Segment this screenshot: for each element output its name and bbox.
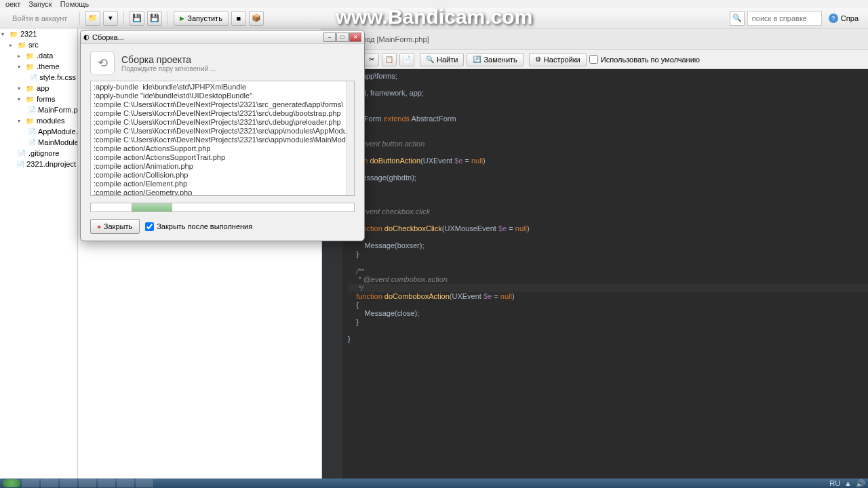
progress-bar xyxy=(90,203,355,212)
task-item[interactable] xyxy=(98,479,115,487)
stop-icon[interactable]: ■ xyxy=(231,11,246,26)
task-item[interactable] xyxy=(136,479,153,487)
tree-item[interactable]: ▾📁modules xyxy=(0,115,77,126)
tree-item[interactable]: 📄MainModule.php xyxy=(0,137,77,148)
open-folder-icon[interactable]: 📁 xyxy=(85,11,100,26)
task-item[interactable] xyxy=(22,479,39,487)
help-button[interactable]: Спра xyxy=(825,12,863,25)
save-all-icon[interactable]: 💾 xyxy=(147,11,162,26)
editor-toolbar: ↶ ↷ ✂ 📋 📄 🔍 Найти 🔄 Заменить ⚙ Настройки… xyxy=(322,50,868,69)
dialog-title: Сборка проекта xyxy=(121,54,216,65)
minimize-icon[interactable]: – xyxy=(323,33,336,42)
build-dialog: Сборка... – □ ✕ ⟲ Сборка проекта Подожди… xyxy=(80,30,365,241)
tree-item[interactable]: 📄style.fx.css xyxy=(0,72,77,83)
run-button[interactable]: Запустить xyxy=(174,11,229,26)
main-toolbar: Войти в аккаунт 📁 ▾ 💾 💾 Запустить ■ 📦 🔍 … xyxy=(0,8,868,28)
tree-item[interactable]: 📄AppModule.php xyxy=(0,126,77,137)
close-after-checkbox[interactable]: Закрыть после выполнения xyxy=(145,222,252,231)
task-item[interactable] xyxy=(79,479,96,487)
tree-item[interactable]: ▸📁.data xyxy=(0,50,77,61)
login-link[interactable]: Войти в аккаунт xyxy=(5,12,74,24)
scrollbar[interactable] xyxy=(346,81,354,195)
default-checkbox[interactable]: Использовать по умолчанию xyxy=(589,55,700,64)
code-editor: Исходный код [MainForm.php] ↶ ↷ ✂ 📋 📄 🔍 … xyxy=(322,28,868,479)
maximize-icon[interactable]: □ xyxy=(336,33,349,42)
tree-item[interactable]: ▾📁app xyxy=(0,83,77,94)
menu-project[interactable]: оект xyxy=(5,0,20,8)
start-button[interactable] xyxy=(3,479,20,487)
build-icon: ⟲ xyxy=(90,51,115,75)
tree-item[interactable]: 📄2321.dnproject xyxy=(0,159,77,169)
build-log[interactable]: :apply-bundle ide\bundle\std\JPHPXmlBund… xyxy=(90,81,355,196)
menu-run[interactable]: Запуск xyxy=(28,0,52,8)
tree-item[interactable]: 📄MainForm.php xyxy=(0,104,77,115)
close-button[interactable]: Закрыть xyxy=(90,219,140,234)
code-content[interactable]: ace app\forms; d, gui, framework, app; M… xyxy=(342,69,868,479)
tree-item[interactable]: ▾📁.theme xyxy=(0,61,77,72)
tree-item[interactable]: ▾📁forms xyxy=(0,94,77,104)
close-icon[interactable]: ✕ xyxy=(349,33,361,42)
project-tree: ▾📁2321 ▸📁src▸📁.data▾📁.theme📄style.fx.css… xyxy=(0,28,78,479)
task-item[interactable] xyxy=(41,479,58,487)
system-tray[interactable]: RU▲🔊 xyxy=(829,479,865,488)
new-file-icon[interactable]: ▾ xyxy=(103,11,118,26)
build-icon[interactable]: 📦 xyxy=(249,11,264,26)
taskbar: RU▲🔊 xyxy=(0,479,868,488)
tree-root[interactable]: ▾📁2321 xyxy=(0,28,77,39)
paste-icon[interactable]: 📄 xyxy=(399,53,414,66)
task-item[interactable] xyxy=(60,479,77,487)
tree-item[interactable]: ▸📁src xyxy=(0,39,77,50)
find-button[interactable]: 🔍 Найти xyxy=(420,53,464,66)
copy-icon[interactable]: 📋 xyxy=(382,53,397,66)
editor-tabs: Исходный код [MainForm.php] xyxy=(322,28,868,50)
search-icon[interactable]: 🔍 xyxy=(730,11,745,26)
dialog-titlebar[interactable]: Сборка... – □ ✕ xyxy=(81,30,364,44)
cut-icon[interactable]: ✂ xyxy=(364,53,379,66)
dialog-subtitle: Подождите пару мгновений ... xyxy=(121,65,216,73)
menu-help[interactable]: Помощь xyxy=(60,0,90,8)
menubar: оект Запуск Помощь xyxy=(0,0,868,8)
save-icon[interactable]: 💾 xyxy=(130,11,144,26)
task-item[interactable] xyxy=(117,479,134,487)
settings-button[interactable]: ⚙ Настройки xyxy=(529,53,587,66)
search-input[interactable] xyxy=(747,11,822,26)
replace-button[interactable]: 🔄 Заменить xyxy=(467,53,523,66)
tree-item[interactable]: 📄.gitignore xyxy=(0,148,77,159)
